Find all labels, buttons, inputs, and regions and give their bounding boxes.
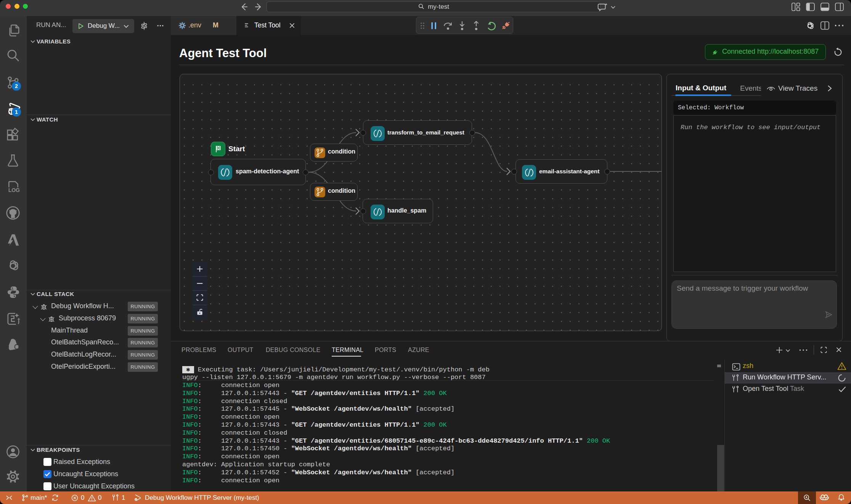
svg-text:LOG: LOG: [8, 187, 20, 193]
